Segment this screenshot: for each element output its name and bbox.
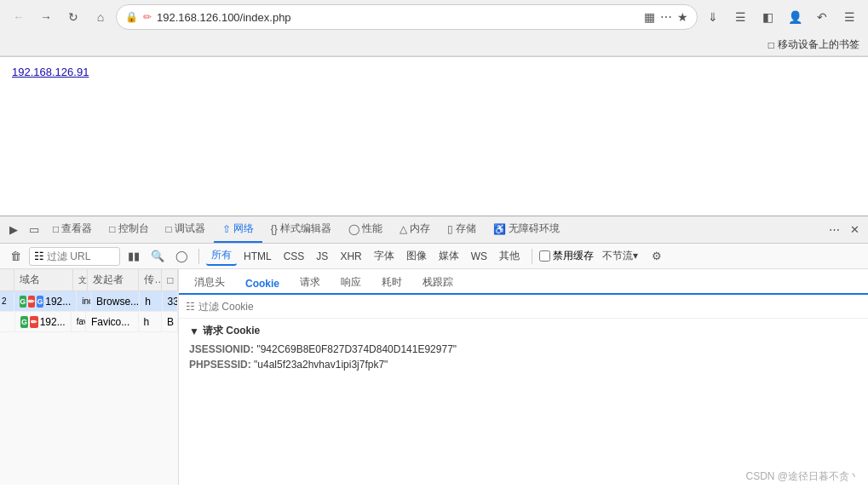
row-domain: G ✏ G 192... — [14, 291, 78, 311]
cookie-filter-input[interactable] — [198, 301, 369, 313]
devtools-more[interactable]: ⋯ — [824, 220, 844, 240]
filter-icon: ☷ — [34, 250, 44, 262]
address-bar[interactable]: 🔒 ✏ ▦ ⋯ ★ — [116, 4, 698, 30]
inspector-icon: □ — [53, 223, 59, 235]
type-css[interactable]: CSS — [279, 246, 310, 266]
network-row[interactable]: G ✏ 192... fav Favico... h B 1 — [0, 312, 178, 332]
network-icon: ⇧ — [222, 223, 231, 235]
type-all[interactable]: 所有 — [206, 246, 237, 266]
network-list: 域名 文 发起者 传… □ 2 G ✏ G 192... inc Browse.… — [0, 269, 179, 485]
devtools-close[interactable]: ✕ — [844, 220, 865, 240]
type-other[interactable]: 其他 — [494, 246, 525, 266]
back-button[interactable]: ← — [7, 5, 31, 29]
profile-button[interactable]: 👤 — [783, 5, 807, 29]
tab-inspector[interactable]: □ 查看器 — [44, 216, 101, 243]
more-icon[interactable]: ⋯ — [660, 10, 672, 24]
devtools-main-tabs: ▶ ▭ □ 查看器 □ 控制台 □ 调试器 ⇧ 网络 {} 样式编辑器 ◯ 性能… — [0, 216, 868, 244]
devtools-pick-element[interactable]: ▶ — [3, 220, 24, 240]
nav-bar: ← → ↻ ⌂ 🔒 ✏ ▦ ⋯ ★ ⇓ ☰ ◧ 👤 ↶ ☰ — [0, 0, 868, 34]
col-initiator[interactable]: 发起者 — [88, 269, 139, 291]
tab-timing[interactable]: 耗时 — [371, 272, 412, 295]
clock-icon[interactable]: ◯ — [171, 246, 192, 267]
tab-console[interactable]: □ 控制台 — [101, 216, 157, 243]
cookie-section-arrow[interactable]: ▼ — [189, 325, 199, 337]
split-button[interactable]: ◧ — [756, 5, 779, 29]
type-image[interactable]: 图像 — [401, 246, 432, 266]
bookmark-label: 移动设备上的书签 — [778, 37, 859, 52]
type-font[interactable]: 字体 — [369, 246, 400, 266]
clear-button[interactable]: 🗑 — [5, 246, 26, 267]
disable-cache-label[interactable]: 禁用缓存 — [539, 249, 594, 263]
devtools-responsive[interactable]: ▭ — [24, 220, 44, 240]
type-ws[interactable]: WS — [466, 246, 492, 266]
star-icon[interactable]: ★ — [677, 10, 688, 24]
col-num[interactable] — [0, 269, 14, 291]
bookmark-checkbox-icon: □ — [768, 39, 774, 51]
mobile-bookmarks[interactable]: □ 移动设备上的书签 — [768, 37, 859, 52]
accessibility-icon: ♿ — [493, 223, 506, 235]
tab-request[interactable]: 请求 — [290, 272, 331, 295]
home-button[interactable]: ⌂ — [89, 5, 112, 29]
row-type: inc — [77, 291, 91, 311]
row-index — [0, 312, 15, 331]
type-media[interactable]: 媒体 — [434, 246, 464, 266]
tab-cookie[interactable]: Cookie — [235, 274, 290, 295]
tab-response[interactable]: 响应 — [331, 272, 371, 295]
cookie-filter-bar: ☷ — [179, 295, 868, 319]
undo-button[interactable]: ↶ — [810, 5, 834, 29]
tab-style-editor[interactable]: {} 样式编辑器 — [262, 216, 340, 243]
tab-accessibility[interactable]: ♿ 无障碍环境 — [485, 216, 568, 243]
cookie-key-jsessionid: JSESSIONID: — [189, 343, 254, 355]
memory-icon: △ — [400, 223, 407, 235]
refresh-button[interactable]: ↻ — [61, 5, 85, 29]
row-size-val: 33 1 — [163, 291, 178, 311]
pause-icon[interactable]: ▮▮ — [124, 246, 144, 267]
bookmark-bar: □ 移动设备上的书签 — [0, 34, 868, 56]
tab-memory[interactable]: △ 内存 — [391, 216, 439, 243]
row-transfer2: h — [139, 312, 163, 331]
disable-cache-checkbox[interactable] — [539, 250, 550, 262]
type-filter-buttons: 所有 HTML CSS JS XHR 字体 图像 媒体 WS 其他 — [206, 246, 525, 266]
ip-link[interactable]: 192.168.126.91 — [12, 66, 89, 78]
qr-icon[interactable]: ▦ — [644, 10, 655, 24]
perf-icon: ◯ — [348, 223, 359, 235]
search-icon[interactable]: 🔍 — [147, 246, 168, 267]
type-js[interactable]: JS — [311, 246, 333, 266]
throttle-button[interactable]: 不节流▾ — [597, 247, 643, 265]
col-size[interactable]: 传… — [139, 269, 162, 291]
col-type-indicator[interactable]: 文 — [73, 269, 88, 291]
cookie-content: ▼ 请求 Cookie JSESSIONID: "942C69B8E0F827D… — [179, 319, 868, 485]
cookie-tabs: 消息头 Cookie 请求 响应 耗时 栈跟踪 — [179, 269, 868, 295]
tab-debugger[interactable]: □ 调试器 — [158, 216, 214, 243]
row-index: 2 — [0, 291, 14, 311]
settings-icon[interactable]: ⚙ — [647, 246, 667, 267]
network-detail: 域名 文 发起者 传… □ 2 G ✏ G 192... inc Browse.… — [0, 269, 868, 485]
tab-storage[interactable]: ▯ 存储 — [439, 216, 485, 243]
filter-box[interactable]: ☷ — [29, 247, 120, 266]
tab-network[interactable]: ⇧ 网络 — [214, 216, 262, 243]
library-button[interactable]: ☰ — [728, 5, 752, 29]
url-input[interactable] — [157, 11, 639, 24]
storage-icon: ▯ — [447, 223, 453, 235]
cookie-entry-phpsessid: PHPSESSID: "u4al5f23a2hvhav1ipi3j7fpk7" — [189, 359, 858, 371]
badge-g: G — [20, 296, 26, 308]
page-content: 192.168.126.91 — [0, 57, 868, 216]
badge-edit: ✏ — [28, 296, 35, 308]
cookie-section-title: ▼ 请求 Cookie — [189, 324, 858, 338]
filter-input[interactable] — [47, 250, 115, 262]
network-row[interactable]: 2 G ✏ G 192... inc Browse... h 33 1 — [0, 291, 178, 312]
address-bar-icons: ▦ ⋯ ★ — [644, 10, 688, 24]
console-icon: □ — [109, 223, 115, 235]
type-html[interactable]: HTML — [239, 246, 277, 266]
tab-performance[interactable]: ◯ 性能 — [340, 216, 391, 243]
col-domain[interactable]: 域名 — [14, 269, 72, 291]
type-xhr[interactable]: XHR — [335, 246, 366, 266]
download-button[interactable]: ⇓ — [701, 5, 725, 29]
col-box[interactable]: □ — [162, 269, 178, 291]
row-type2: fav — [72, 312, 86, 331]
tab-headers[interactable]: 消息头 — [184, 272, 235, 295]
cookie-key-phpsessid: PHPSESSID: — [189, 359, 251, 371]
menu-button[interactable]: ☰ — [837, 5, 861, 29]
forward-button[interactable]: → — [34, 5, 58, 29]
tab-stack-trace[interactable]: 栈跟踪 — [412, 272, 463, 295]
